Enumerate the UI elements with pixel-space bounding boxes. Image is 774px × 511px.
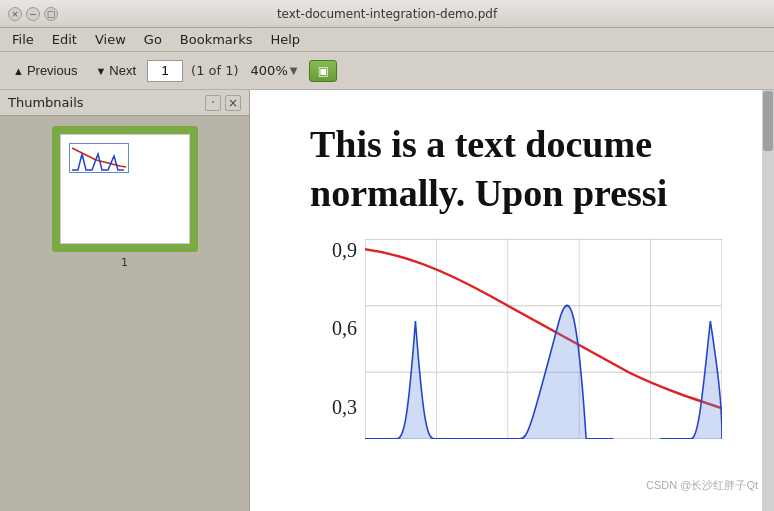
action-icon: ▣: [318, 64, 329, 78]
minimize-button[interactable]: −: [26, 7, 40, 21]
pdf-scrollbar-thumb[interactable]: [763, 91, 773, 151]
window-controls[interactable]: × − □: [8, 7, 58, 21]
chart-y-labels: 0,9 0,6 0,3: [310, 239, 365, 419]
toolbar: ▲ Previous ▼ Next (1 of 1) 400% ▼ ▣: [0, 52, 774, 90]
thumbnail-item[interactable]: 1: [10, 126, 239, 269]
previous-button[interactable]: ▲ Previous: [6, 59, 84, 82]
sidebar-header: Thumbnails · ×: [0, 90, 249, 116]
chart-label-top: 0,9: [332, 239, 357, 262]
close-button[interactable]: ×: [8, 7, 22, 21]
next-button[interactable]: ▼ Next: [88, 59, 143, 82]
pdf-text-line2: normally. Upon pressi: [310, 169, 734, 218]
thumbnails-area: 1: [0, 116, 249, 511]
chart-svg-wrapper: [365, 239, 722, 439]
thumbnail-chart: [69, 143, 129, 173]
watermark: CSDN @长沙红胖子Qt: [646, 478, 758, 493]
next-arrow-icon: ▼: [95, 65, 106, 77]
zoom-dropdown[interactable]: 400% ▼: [251, 63, 298, 78]
zoom-value: 400%: [251, 63, 288, 78]
menu-go[interactable]: Go: [136, 30, 170, 49]
pdf-page: This is a text docume normally. Upon pre…: [250, 90, 774, 511]
menu-file[interactable]: File: [4, 30, 42, 49]
pdf-scrollbar[interactable]: [762, 90, 774, 511]
pdf-text-line1: This is a text docume: [310, 120, 734, 169]
sidebar-close-button[interactable]: ×: [225, 95, 241, 111]
page-input[interactable]: [147, 60, 183, 82]
sidebar-title: Thumbnails: [8, 95, 84, 110]
zoom-arrow-icon: ▼: [290, 65, 298, 76]
chart-label-bot: 0,3: [332, 396, 357, 419]
sidebar-controls[interactable]: · ×: [205, 95, 241, 111]
page-count: (1 of 1): [187, 63, 242, 78]
menu-view[interactable]: View: [87, 30, 134, 49]
thumbnail-wrapper: [52, 126, 198, 252]
menu-bookmarks[interactable]: Bookmarks: [172, 30, 261, 49]
title-bar: × − □ text-document-integration-demo.pdf: [0, 0, 774, 28]
chart-label-mid: 0,6: [332, 317, 357, 340]
action-button[interactable]: ▣: [309, 60, 337, 82]
menu-help[interactable]: Help: [262, 30, 308, 49]
previous-label: Previous: [27, 63, 78, 78]
previous-arrow-icon: ▲: [13, 65, 24, 77]
maximize-button[interactable]: □: [44, 7, 58, 21]
sidebar: Thumbnails · ×: [0, 90, 250, 511]
next-label: Next: [109, 63, 136, 78]
chart-svg: [365, 239, 722, 439]
window-title: text-document-integration-demo.pdf: [277, 7, 497, 21]
pdf-area: This is a text docume normally. Upon pre…: [250, 90, 774, 511]
sidebar-pin-button[interactable]: ·: [205, 95, 221, 111]
thumbnail-label: 1: [121, 256, 128, 269]
menu-bar: File Edit View Go Bookmarks Help: [0, 28, 774, 52]
thumbnail-inner: [60, 134, 190, 244]
menu-edit[interactable]: Edit: [44, 30, 85, 49]
main-area: Thumbnails · ×: [0, 90, 774, 511]
pdf-text-content: This is a text docume normally. Upon pre…: [310, 120, 734, 219]
pdf-chart: 0,9 0,6 0,3: [310, 239, 734, 439]
